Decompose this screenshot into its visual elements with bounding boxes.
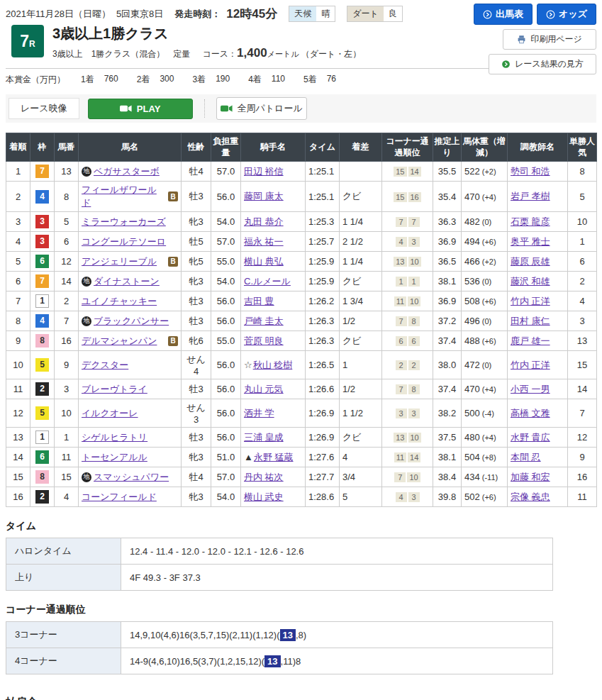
horse-weight: 472 (464, 360, 480, 370)
horse-name-wrap: シゲルヒラトリ (82, 431, 178, 444)
horse-link[interactable]: シゲルヒラトリ (82, 431, 147, 444)
result-row: 9816デルマシャンパンB牝655.0菅原 明良1:26.3クビ6637.448… (6, 331, 597, 351)
results-column-header: 着差 (340, 133, 382, 162)
trainer-link[interactable]: 竹内 正洋 (511, 296, 550, 306)
horse-link[interactable]: フィールザワールド (82, 184, 166, 209)
jockey-link[interactable]: 戸崎 圭太 (244, 316, 284, 326)
horse-weight: 434 (464, 472, 480, 482)
jockey-link[interactable]: 横山 武史 (244, 491, 284, 502)
corner-position-box: 13 (394, 433, 406, 443)
horse-link[interactable]: デクスター (82, 359, 128, 372)
finish-time: 1:25.3 (306, 212, 340, 232)
horse-link[interactable]: ベガサスターボ (94, 165, 160, 178)
patrol-video-button[interactable]: 全周パトロール (216, 97, 307, 120)
trainer-link[interactable]: 藤沢 和雄 (511, 276, 550, 287)
corner-row: 3コーナー14,9,10(4,6)16(3,5,7,15)(2,11)(1,12… (6, 622, 553, 648)
jockey-link[interactable]: 秋山 稔樹 (253, 360, 293, 370)
trainer-link[interactable]: 本間 忍 (511, 452, 541, 462)
results-column-header: 馬名 (79, 133, 182, 162)
horse-link[interactable]: ダイナストーン (94, 275, 160, 288)
corner-position-box: 2 (396, 360, 407, 370)
horse-link[interactable]: コーンフィールド (82, 491, 157, 504)
jockey-link[interactable]: C.ルメール (244, 276, 291, 287)
sex-age: 牡5 (182, 232, 211, 252)
horse-link[interactable]: スマッシュパワー (94, 471, 169, 484)
trainer-link[interactable]: 宗像 義忠 (511, 491, 550, 502)
corner-position-box: 7 (396, 217, 407, 227)
finish-position: 8 (6, 311, 30, 331)
horse-link[interactable]: ブレーヴトライ (82, 383, 147, 396)
trainer-link[interactable]: 勢司 和浩 (511, 166, 550, 177)
finish-position: 16 (6, 487, 30, 507)
estimated-last-3f: 38.0 (433, 351, 462, 379)
results-guide-button[interactable]: レース結果の見方 (489, 54, 596, 74)
corner-position-box: 7 (396, 316, 407, 326)
jockey-cell: 横山 典弘 (241, 252, 306, 272)
print-page-button[interactable]: 印刷用ページ (503, 29, 596, 50)
result-row: 6714地ダイナストーン牝354.0C.ルメール1:25.9クビ1138.153… (6, 272, 597, 291)
horse-link[interactable]: コングールテソーロ (82, 235, 166, 248)
entries-button[interactable]: 出馬表 (474, 4, 533, 25)
corner-position-box: 16 (408, 192, 421, 202)
trainer-link[interactable]: 水野 貴広 (511, 432, 550, 443)
jockey-link[interactable]: 永野 猛蔵 (254, 452, 294, 462)
load-weight: 57.0 (211, 162, 241, 182)
corner-positions: 11 (382, 272, 433, 291)
trainer-link[interactable]: 石栗 龍彦 (511, 216, 550, 227)
horse-link[interactable]: ユイノチャッキー (82, 295, 157, 308)
jockey-link[interactable]: 丸田 恭介 (244, 216, 284, 227)
horse-link[interactable]: アンジェリーブル (82, 255, 157, 268)
trainer-link[interactable]: 藤原 辰雄 (511, 256, 550, 267)
jockey-link[interactable]: 田辺 裕信 (244, 166, 284, 177)
odds-button[interactable]: オッズ (537, 4, 596, 25)
jockey-link[interactable]: 横山 典弘 (244, 256, 284, 267)
sex-age: 牝3 (182, 272, 211, 291)
win-popularity: 15 (568, 351, 597, 379)
trainer-link[interactable]: 鹿戸 雄一 (511, 335, 550, 346)
start-time-label: 発走時刻： (174, 8, 221, 21)
jockey-link[interactable]: 丸山 元気 (244, 384, 284, 394)
margin: クビ (340, 331, 382, 351)
horse-weight-cell: 536 (0) (462, 272, 508, 291)
jockey-link[interactable]: 三浦 皇成 (244, 432, 284, 443)
result-row: 1713地ベガサスターボ牡457.0田辺 裕信1:25.1151435.5522… (6, 162, 597, 182)
jockey-link[interactable]: 丹内 祐次 (244, 472, 284, 482)
race-video-row: レース映像 PLAY 全周パトロール (6, 94, 596, 123)
trainer-link[interactable]: 田村 康仁 (511, 316, 550, 326)
jockey-link[interactable]: 酒井 学 (244, 408, 274, 418)
trainer-link[interactable]: 竹内 正洋 (511, 360, 550, 370)
corner-position-box: 3 (408, 409, 420, 418)
odds-button-label: オッズ (559, 8, 587, 21)
horse-link[interactable]: デルマシャンパン (82, 335, 157, 348)
trainer-link[interactable]: 小西 一男 (511, 384, 550, 394)
margin: 1 (340, 351, 382, 379)
trainer-link[interactable]: 高橋 文雅 (511, 408, 550, 418)
horse-link[interactable]: イルクオーレ (82, 407, 138, 420)
corner-position-box: 10 (408, 433, 421, 443)
estimated-last-3f: 36.9 (433, 232, 462, 252)
horse-link[interactable]: ブラックパンサー (94, 315, 169, 328)
trainer-link[interactable]: 奥平 雅士 (511, 236, 550, 247)
entries-button-label: 出馬表 (496, 8, 523, 21)
estimated-last-3f: 35.4 (433, 182, 462, 212)
trainer-link[interactable]: 岩戸 孝樹 (511, 191, 550, 201)
estimated-last-3f: 37.4 (433, 331, 462, 351)
horse-weight-cell: 488 (+6) (462, 331, 508, 351)
jockey-link[interactable]: 福永 祐一 (244, 236, 284, 247)
horse-name-cell: デルマシャンパンB (79, 331, 182, 351)
horse-link[interactable]: トーセンアルル (82, 451, 147, 464)
jockey-link[interactable]: 藤岡 康太 (244, 191, 284, 201)
trainer-link[interactable]: 加藤 和宏 (511, 472, 550, 482)
horse-weight-cell: 508 (+6) (462, 291, 508, 311)
jockey-link[interactable]: 菅原 明良 (244, 335, 284, 346)
corner-position-box: 11 (394, 296, 406, 306)
play-button[interactable]: PLAY (88, 99, 193, 119)
horse-link[interactable]: ミラーウォーカーズ (82, 216, 166, 228)
payout-section-title: 払戻金 (6, 696, 596, 700)
horse-weight: 508 (464, 296, 480, 306)
win-popularity: 13 (568, 331, 597, 351)
weather-value: 晴 (316, 6, 335, 21)
frame-number-badge: 2 (35, 382, 49, 396)
jockey-link[interactable]: 吉田 豊 (244, 296, 274, 306)
finish-time: 1:25.7 (306, 232, 340, 252)
